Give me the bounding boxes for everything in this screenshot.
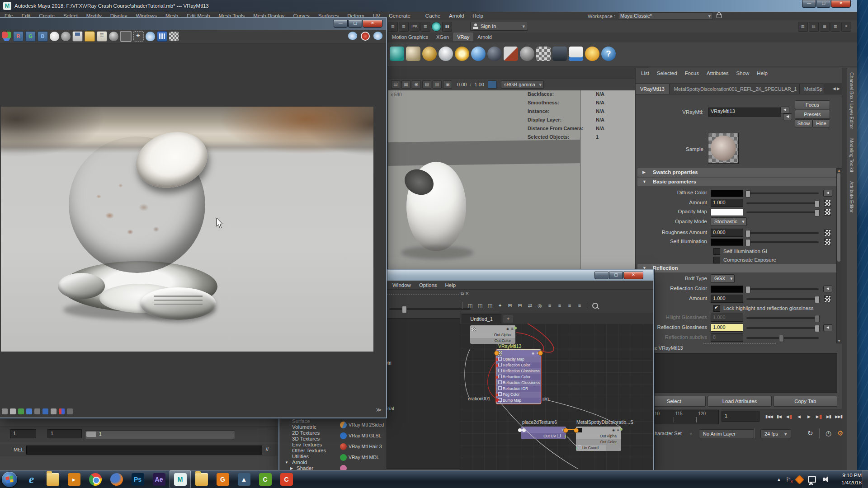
transport-button[interactable]: ▶▮ [824, 410, 834, 422]
range-start-inner-field[interactable]: 1 [47, 429, 82, 438]
clock[interactable]: 9:10 PM 1/4/2018 [841, 472, 862, 486]
texture-button[interactable] [824, 296, 831, 302]
taskbar-item-mediaplayer[interactable]: ▸ [63, 470, 85, 488]
transport-button[interactable]: ◀ [784, 410, 794, 422]
sidebar-vertical-tab[interactable]: Attribute Editor [847, 177, 856, 217]
vray-mtl-hair3[interactable]: VRay Mtl Hair 3 [340, 441, 387, 452]
ae-action-button[interactable]: Copy Tab [774, 396, 837, 407]
vfb-bottom-icon[interactable] [51, 408, 57, 414]
minimize-button[interactable]: — [594, 272, 609, 279]
lock-glossiness-checkbox[interactable] [713, 305, 720, 312]
ae-menu-item[interactable]: Help [757, 70, 768, 76]
opacity-mode-dropdown[interactable]: Stochastic [711, 217, 747, 226]
node-file-texture[interactable]: ◉ ≣ Out AlphaOut Color Uv Coord [576, 427, 621, 451]
clipboard-icon[interactable] [97, 31, 107, 42]
shelf-tab[interactable]: VRay [453, 33, 473, 41]
shelf-tab[interactable]: Arnold [473, 33, 496, 41]
compare-icon[interactable] [120, 31, 132, 42]
ae-menu-item[interactable]: Attributes [707, 70, 729, 76]
shelf-icon[interactable] [536, 47, 551, 61]
node-place2dtexture6[interactable]: ✥ Out UV [521, 427, 566, 439]
taskbar-item-photos[interactable]: ▲ [233, 470, 255, 488]
tab-scroll-arrows[interactable]: ◀ ▶ [833, 83, 843, 94]
panel-dock-icons[interactable]: ⧉ ✕ [461, 291, 469, 296]
node-attribute-row[interactable]: Opacity Map [496, 357, 541, 362]
vray-mtl-2sided[interactable]: VRay Mtl 2Sided [340, 419, 387, 430]
node-toolbar-icon[interactable]: ◎ [535, 301, 544, 310]
render-view-icon[interactable] [431, 22, 441, 32]
vfb-bottom-icon[interactable] [42, 408, 48, 414]
ae-menu-item[interactable]: Show [736, 70, 750, 76]
ae-tab[interactable]: MetalSpottyDiscoloration001_REFL_2K_SPEC… [670, 84, 800, 94]
reflection-color-swatch[interactable] [711, 286, 743, 293]
taskbar-item-firefox[interactable] [106, 470, 127, 488]
node-vraymtl13[interactable]: ◉ ≣ Opacity MapReflection ColorReflectio… [496, 350, 541, 404]
ipr-render-icon[interactable]: IPR [410, 22, 420, 32]
render-frame-icon[interactable]: ▥ [388, 22, 398, 32]
node-toolbar-icon[interactable]: ✦ [495, 301, 505, 310]
close-button[interactable]: ✕ [831, 0, 851, 8]
viewport-toolbar-icon[interactable]: ▥ [433, 80, 442, 89]
node-attribute-row[interactable]: Refraction Color [496, 374, 541, 380]
vfb-bottom-icon[interactable] [10, 408, 16, 414]
create-category[interactable]: Volumetric [284, 424, 338, 430]
shelf-icon[interactable] [487, 47, 502, 61]
minimize-button[interactable]: — [802, 0, 816, 8]
map-button[interactable] [823, 190, 832, 197]
notes-field[interactable] [642, 353, 837, 393]
blue-channel-icon[interactable]: B [38, 31, 48, 42]
menu-item[interactable]: Arnold [449, 13, 464, 19]
taskbar-item-photoshop[interactable]: Ps [127, 470, 148, 488]
shelf-icon[interactable] [455, 47, 469, 61]
shelf-icon[interactable] [569, 47, 583, 61]
node-input-dot[interactable] [494, 351, 499, 356]
slider[interactable] [746, 202, 819, 204]
volume-icon[interactable] [821, 476, 828, 483]
node-toolbar-icon[interactable]: ◫ [486, 301, 495, 310]
minimize-button[interactable]: — [334, 20, 348, 28]
maximize-button[interactable]: ▢ [816, 0, 830, 8]
taskbar-item-ie[interactable]: e [21, 470, 42, 488]
map-button[interactable] [823, 324, 832, 331]
vfb-bottom-icon[interactable] [67, 408, 73, 414]
input-connection-icon[interactable] [780, 107, 789, 113]
maximize-button[interactable]: ▢ [348, 20, 362, 28]
alpha-channel-icon[interactable] [50, 32, 59, 41]
material-sample-swatch[interactable] [708, 133, 739, 164]
create-category[interactable]: Utilities [284, 454, 338, 460]
channel-circles-icon[interactable] [2, 32, 11, 41]
shelf-icon[interactable] [390, 47, 404, 61]
create-category[interactable]: Surface [284, 418, 338, 424]
node-attribute-row[interactable]: Fog Color [496, 392, 541, 398]
brdf-type-dropdown[interactable]: GGX [711, 274, 735, 283]
node-output-row[interactable]: Out Alpha [576, 433, 621, 439]
ae-scroll-thumb[interactable] [837, 173, 840, 262]
vfb-bottom-icon[interactable] [26, 408, 32, 414]
create-category[interactable]: ▼Arnold [284, 460, 338, 465]
red-channel-icon[interactable]: R [13, 31, 24, 42]
node-texture-output[interactable]: ◉ ≣ Out AlphaOut Color [470, 325, 515, 344]
shelf-icon[interactable]: ? [601, 47, 616, 61]
presets-button[interactable]: Presets [795, 110, 830, 119]
pause-icon[interactable]: ▮▮ [442, 22, 452, 32]
node-toolbar-icon[interactable]: ◫ [466, 301, 475, 310]
taskbar-item-camtasia-red[interactable]: C [276, 470, 297, 488]
node-toolbar-icon[interactable]: ◫ [476, 301, 485, 310]
diffuse-color-swatch[interactable] [711, 190, 743, 197]
viewport-toolbar-icon[interactable]: ▣ [443, 80, 452, 89]
workspace-dropdown[interactable]: Maya Classic* [618, 12, 713, 20]
rendered-image[interactable] [1, 107, 373, 352]
node-attribute-row[interactable]: Bump Map [496, 398, 541, 404]
shelf-tab[interactable]: Motion Graphics [388, 33, 432, 41]
stop-render-icon[interactable] [361, 32, 370, 41]
mono-channel-icon[interactable] [61, 32, 71, 41]
node-output-row[interactable]: Out Color [576, 439, 621, 445]
node-output-row[interactable]: Out Alpha [470, 332, 515, 338]
shelf-icon[interactable] [585, 47, 599, 61]
shelf-icon[interactable] [552, 47, 567, 61]
anim-layer-field[interactable]: No Anim Layer [699, 429, 754, 438]
create-category[interactable]: 3D Textures [284, 436, 338, 442]
vfb-bottom-icon[interactable] [2, 408, 8, 414]
gamma-value[interactable]: 1.00 [474, 82, 484, 87]
menu-item[interactable]: Options [419, 282, 437, 288]
